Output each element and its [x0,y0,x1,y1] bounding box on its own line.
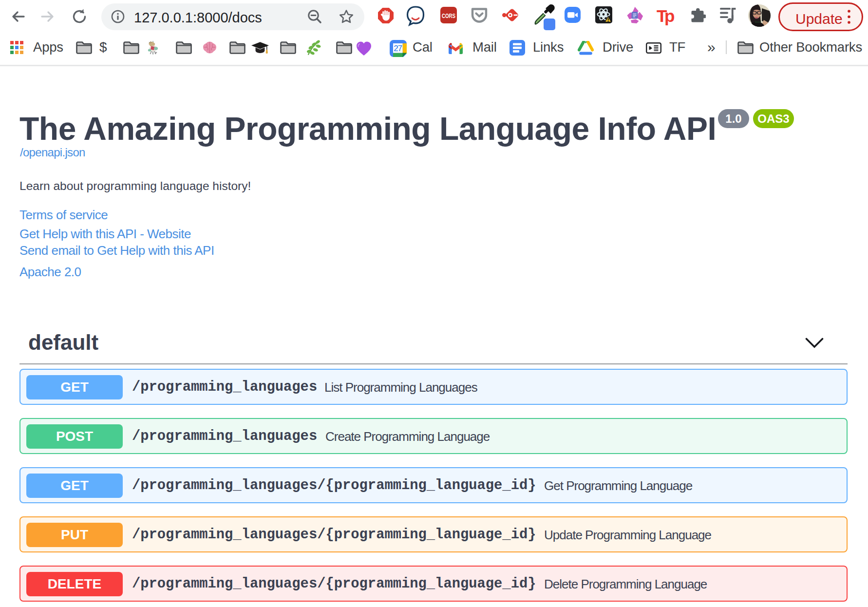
svg-text:CORS: CORS [442,12,455,19]
svg-text:27: 27 [394,44,402,53]
